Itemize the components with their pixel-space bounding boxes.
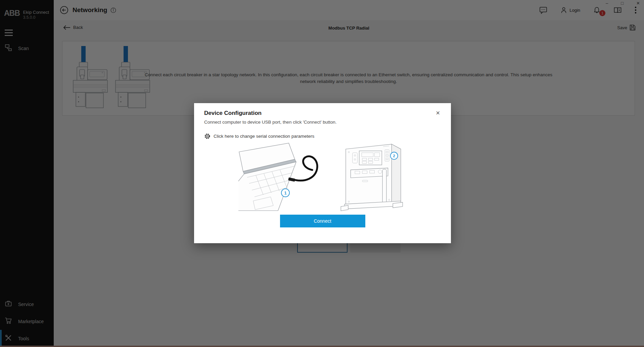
laptop-usb-illustration: 1 <box>238 142 322 212</box>
serial-parameters-link[interactable]: Click here to change serial connection p… <box>204 133 441 139</box>
app-window: ABB Ekip Connect 3.5.0.0 <box>0 0 644 347</box>
connect-button[interactable]: Connect <box>280 215 365 227</box>
device-configuration-modal: Device Configuration ✕ Connect computer … <box>194 103 451 243</box>
device-illustration: 2 <box>338 141 407 213</box>
step-1-number: 1 <box>284 190 286 196</box>
gear-icon <box>204 133 211 139</box>
modal-subtitle: Connect computer to device USB port, the… <box>204 120 441 125</box>
modal-close-icon[interactable]: ✕ <box>435 110 441 116</box>
connection-illustration: 1 <box>204 141 441 213</box>
step-2-number: 2 <box>393 154 395 158</box>
serial-link-label: Click here to change serial connection p… <box>214 134 314 139</box>
modal-title: Device Configuration <box>204 110 262 117</box>
